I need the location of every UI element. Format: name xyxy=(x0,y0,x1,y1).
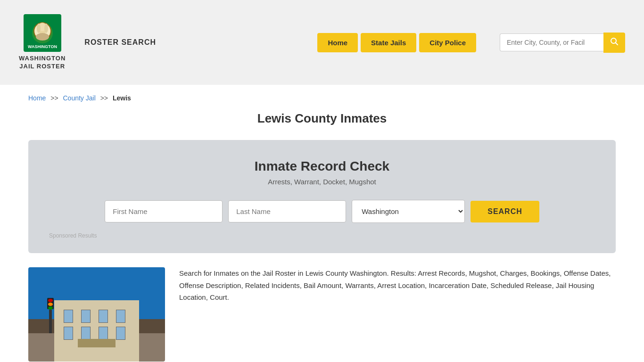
svg-point-6 xyxy=(37,24,41,33)
traffic-light-pole xyxy=(49,310,52,333)
header: WASHINGTON WASHINGTON JAIL ROSTER ROSTER… xyxy=(0,0,644,85)
header-search-bar xyxy=(500,33,625,53)
breadcrumb-home-link[interactable]: Home xyxy=(28,94,46,102)
svg-point-7 xyxy=(44,24,48,33)
traffic-light-yellow xyxy=(48,303,53,306)
svg-point-4 xyxy=(36,33,49,41)
record-check-form: AlabamaAlaskaArizonaArkansasCaliforniaCo… xyxy=(47,200,597,223)
bottom-section: Search for Inmates on the Jail Roster in… xyxy=(28,267,616,362)
building-image xyxy=(28,267,165,362)
first-name-input[interactable] xyxy=(105,200,223,222)
traffic-light-green xyxy=(48,306,53,310)
record-check-box: Inmate Record Check Arrests, Warrant, Do… xyxy=(28,140,616,253)
traffic-light-box xyxy=(47,298,54,309)
logo-text: WASHINGTON JAIL ROSTER xyxy=(19,55,66,71)
main-nav: Home State Jails City Police xyxy=(317,33,476,52)
record-check-subtitle: Arrests, Warrant, Docket, Mugshot xyxy=(47,178,597,186)
logo-link[interactable]: WASHINGTON WASHINGTON JAIL ROSTER xyxy=(19,14,66,71)
description-text: Search for Inmates on the Jail Roster in… xyxy=(179,267,616,304)
window-5 xyxy=(64,327,73,340)
search-icon xyxy=(610,37,619,46)
breadcrumb-county-jail-link[interactable]: County Jail xyxy=(63,94,96,102)
window-4 xyxy=(116,310,125,323)
state-select[interactable]: AlabamaAlaskaArizonaArkansasCaliforniaCo… xyxy=(352,200,465,223)
record-search-button[interactable]: SEARCH xyxy=(471,201,539,222)
building-windows xyxy=(64,310,130,340)
breadcrumb: Home >> County Jail >> Lewis xyxy=(0,85,644,111)
window-6 xyxy=(81,327,91,340)
page-title: Lewis County Inmates xyxy=(28,111,616,126)
city-police-nav-button[interactable]: City Police xyxy=(419,33,476,52)
breadcrumb-current: Lewis xyxy=(113,94,131,102)
window-2 xyxy=(81,310,91,323)
window-3 xyxy=(99,310,108,323)
header-search-input[interactable] xyxy=(500,33,603,51)
breadcrumb-sep-1: >> xyxy=(50,94,58,102)
building-placeholder xyxy=(28,267,165,362)
window-7 xyxy=(99,327,108,340)
wa-flag-icon: WASHINGTON xyxy=(24,14,61,52)
record-check-title: Inmate Record Check xyxy=(47,159,597,174)
home-nav-button[interactable]: Home xyxy=(317,33,358,52)
svg-text:WASHINGTON: WASHINGTON xyxy=(28,44,57,49)
svg-line-10 xyxy=(616,42,618,45)
state-jails-nav-button[interactable]: State Jails xyxy=(361,33,416,52)
roster-search-label: ROSTER SEARCH xyxy=(84,38,156,47)
building-facade xyxy=(54,300,139,362)
sponsored-label: Sponsored Results xyxy=(47,232,597,239)
traffic-light-red xyxy=(48,299,53,302)
window-1 xyxy=(64,310,73,323)
main-content: Lewis County Inmates Inmate Record Check… xyxy=(0,111,644,362)
window-8 xyxy=(116,327,125,340)
building-sign xyxy=(78,339,116,347)
header-search-button[interactable] xyxy=(603,33,625,53)
breadcrumb-sep-2: >> xyxy=(100,94,108,102)
last-name-input[interactable] xyxy=(228,200,346,222)
